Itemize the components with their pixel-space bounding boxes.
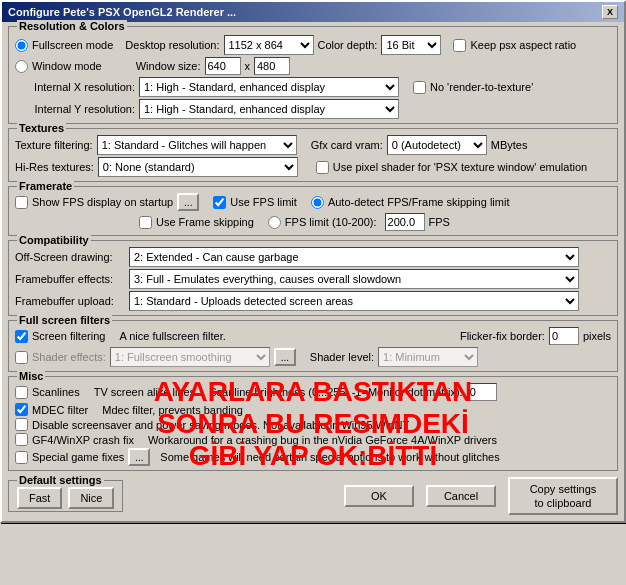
disable-screensaver-label: Disable screensaver and power saving mod… — [32, 419, 409, 431]
color-depth-label: Color depth: — [318, 39, 378, 51]
fps-unit: FPS — [429, 216, 450, 228]
fullscreen-group: Full screen filters Screen filtering A n… — [8, 320, 618, 372]
fps-value-input[interactable] — [385, 213, 425, 231]
fps-limit-label: FPS limit (10-200): — [285, 216, 377, 228]
title-bar: Configure Pete's PSX OpenGL2 Renderer ..… — [2, 2, 624, 22]
screen-filter-checkbox[interactable] — [15, 330, 28, 343]
scanline-brightness-label: Scanline brightness (0...255, -1=Monitor… — [209, 386, 462, 398]
fullscreen-radio[interactable] — [15, 39, 28, 52]
screen-filtering-label: Screen filtering — [32, 330, 105, 342]
screen-filter-desc: A nice fullscreen filter. — [119, 330, 225, 342]
main-window: Configure Pete's PSX OpenGL2 Renderer ..… — [0, 0, 626, 523]
use-fps-label: Use FPS limit — [230, 196, 297, 208]
brightness-input[interactable] — [467, 383, 497, 401]
frame-skip-checkbox[interactable] — [139, 216, 152, 229]
title-buttons: X — [602, 5, 618, 19]
fb-upload-select[interactable]: 1: Standard - Uploads detected screen ar… — [129, 291, 579, 311]
show-fps-label: Show FPS display on startup — [32, 196, 173, 208]
desktop-res-label: Desktop resolution: — [125, 39, 219, 51]
shader-level-select[interactable]: 1: Minimum — [378, 347, 478, 367]
compatibility-label: Compatibility — [17, 234, 91, 246]
flicker-input[interactable] — [549, 327, 579, 345]
special-fixes-label: Special game fixes — [32, 451, 124, 463]
pixel-shader-label: Use pixel shader for 'PSX texture window… — [333, 161, 587, 173]
fullscreen-label: Full screen filters — [17, 314, 112, 326]
fast-button[interactable]: Fast — [17, 487, 62, 509]
hires-select[interactable]: 0: None (standard) — [98, 157, 298, 177]
resolution-group: Resolution & Colors Fullscreen mode Desk… — [8, 26, 618, 124]
close-button[interactable]: X — [602, 5, 618, 19]
internal-x-select[interactable]: 1: High - Standard, enhanced display — [139, 77, 399, 97]
hires-label: Hi-Res textures: — [15, 161, 94, 173]
compatibility-group: Compatibility Off-Screen drawing: 2: Ext… — [8, 240, 618, 316]
gfx-vram-select[interactable]: 0 (Autodetect) — [387, 135, 487, 155]
offscreen-select[interactable]: 2: Extended - Can cause garbage — [129, 247, 579, 267]
flicker-label: Flicker-fix border: — [460, 330, 545, 342]
no-render-label: No 'render-to-texture' — [430, 81, 533, 93]
offscreen-label: Off-Screen drawing: — [15, 251, 125, 263]
textures-label: Textures — [17, 122, 66, 134]
texture-filter-label: Texture filtering: — [15, 139, 93, 151]
shader-settings-btn[interactable]: ... — [274, 348, 296, 366]
auto-detect-label: Auto-detect FPS/Frame skipping limit — [328, 196, 510, 208]
defaults-group: Default settings Fast Nice — [8, 480, 123, 512]
window-title: Configure Pete's PSX OpenGL2 Renderer ..… — [8, 6, 236, 18]
internal-y-label: Internal Y resolution: — [15, 103, 135, 115]
gf4-crash-checkbox[interactable] — [15, 433, 28, 446]
internal-y-select[interactable]: 1: High - Standard, enhanced display — [139, 99, 399, 119]
defaults-label: Default settings — [17, 474, 104, 486]
special-fixes-checkbox[interactable] — [15, 451, 28, 464]
ok-button[interactable]: OK — [344, 485, 414, 507]
auto-detect-radio[interactable] — [311, 196, 324, 209]
shader-effects-checkbox[interactable] — [15, 351, 28, 364]
nice-button[interactable]: Nice — [68, 487, 114, 509]
main-content: Resolution & Colors Fullscreen mode Desk… — [2, 22, 624, 521]
fps-limit-radio[interactable] — [268, 216, 281, 229]
window-mode-label: Window mode — [32, 60, 102, 72]
disable-screensaver-checkbox[interactable] — [15, 418, 28, 431]
tv-screen-label: TV screen alike lines — [94, 386, 196, 398]
mdec-filter-checkbox[interactable] — [15, 403, 28, 416]
special-fixes-btn[interactable]: ... — [128, 448, 150, 466]
framerate-label: Framerate — [17, 180, 74, 192]
show-fps-checkbox[interactable] — [15, 196, 28, 209]
internal-x-label: Internal X resolution: — [15, 81, 135, 93]
fps-settings-btn[interactable]: ... — [177, 193, 199, 211]
gfx-vram-label: Gfx card vram: — [311, 139, 383, 151]
flicker-unit: pixels — [583, 330, 611, 342]
shader-effects-label: Shader effects: — [32, 351, 106, 363]
shader-level-label: Shader level: — [310, 351, 374, 363]
fullscreen-label: Fullscreen mode — [32, 39, 113, 51]
cancel-button[interactable]: Cancel — [426, 485, 496, 507]
special-fixes-desc: Some games will need certain special opt… — [160, 451, 499, 463]
window-size-label: Window size: — [136, 60, 201, 72]
desktop-resolution-select[interactable]: 1152 x 864 — [224, 35, 314, 55]
frame-skip-label: Use Frame skipping — [156, 216, 254, 228]
window-radio[interactable] — [15, 60, 28, 73]
misc-group: Misc AYARLARA BASTIKTAN SONRA BU RESIMDE… — [8, 376, 618, 471]
window-height-input[interactable] — [254, 57, 290, 75]
action-buttons: OK Cancel Copy settingsto clipboard — [344, 477, 618, 515]
misc-label: Misc — [17, 370, 45, 382]
use-fps-limit-checkbox[interactable] — [213, 196, 226, 209]
shader-select[interactable]: 1: Fullscreen smoothing — [110, 347, 270, 367]
keep-aspect-checkbox[interactable] — [453, 39, 466, 52]
pixel-shader-checkbox[interactable] — [316, 161, 329, 174]
scanlines-label: Scanlines — [32, 386, 80, 398]
texture-filter-select[interactable]: 1: Standard - Glitches will happen — [97, 135, 297, 155]
gf4-desc: Workaround for a crashing bug in the nVi… — [148, 434, 497, 446]
color-depth-select[interactable]: 16 Bit — [381, 35, 441, 55]
window-width-input[interactable] — [205, 57, 241, 75]
fb-effects-label: Framebuffer effects: — [15, 273, 125, 285]
resolution-label: Resolution & Colors — [17, 20, 127, 32]
no-render-checkbox[interactable] — [413, 81, 426, 94]
copy-settings-button[interactable]: Copy settingsto clipboard — [508, 477, 618, 515]
framerate-group: Framerate Show FPS display on startup ..… — [8, 186, 618, 236]
gf4-crash-label: GF4/WinXP crash fix — [32, 434, 134, 446]
fb-effects-select[interactable]: 3: Full - Emulates everything, causes ov… — [129, 269, 579, 289]
mdec-filter-label: MDEC filter — [32, 404, 88, 416]
scanlines-checkbox[interactable] — [15, 386, 28, 399]
textures-group: Textures Texture filtering: 1: Standard … — [8, 128, 618, 182]
mdec-desc: Mdec filter, prevents banding — [102, 404, 243, 416]
fb-upload-label: Framebuffer upload: — [15, 295, 125, 307]
